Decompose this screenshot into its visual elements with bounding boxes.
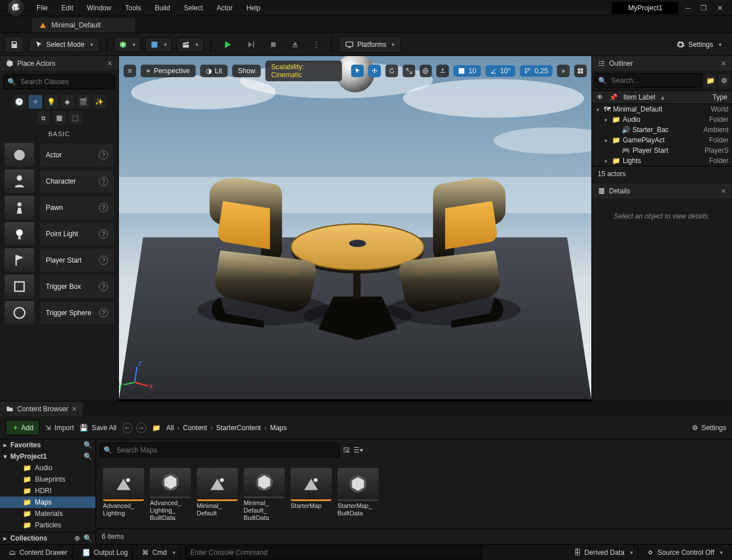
asset-search-input[interactable]: [116, 446, 336, 455]
filter-shapes-icon[interactable]: ◈: [61, 95, 74, 109]
asset-startermap[interactable]: StarterMap: [291, 468, 332, 522]
outliner-row[interactable]: 🗺 Minimal_DefaultWorld: [592, 104, 732, 114]
favorites-section[interactable]: ▸Favorites🔍: [0, 439, 96, 451]
import-button[interactable]: ⇲Import: [45, 424, 74, 432]
scale-snap-button[interactable]: 0,25: [520, 65, 552, 77]
cb-settings-button[interactable]: ⚙Settings: [692, 424, 726, 432]
eject-button[interactable]: [287, 38, 304, 51]
filter-volumes-icon[interactable]: ⧈: [37, 111, 50, 125]
asset-startermap_builtdata[interactable]: StarterMap_​BuiltData: [337, 468, 379, 522]
add-collection-button[interactable]: ⊕: [74, 534, 80, 542]
actor-item-trigger-box[interactable]: Trigger Box?: [5, 275, 114, 299]
menu-help[interactable]: Help: [240, 1, 268, 15]
breadcrumb-content[interactable]: Content: [183, 424, 207, 432]
show-button[interactable]: Show: [232, 65, 261, 77]
window-close-icon[interactable]: ✕: [717, 4, 723, 12]
content-drawer-button[interactable]: 🗂Content Drawer: [5, 546, 73, 559]
rotate-tool-button[interactable]: [385, 65, 398, 77]
actor-item-character[interactable]: Character?: [5, 169, 114, 193]
help-icon[interactable]: ?: [99, 256, 108, 265]
actor-item-pawn[interactable]: Pawn?: [5, 196, 114, 220]
viewport-layout-button[interactable]: [574, 65, 587, 77]
search-icon[interactable]: 🔍: [83, 534, 92, 542]
angle-snap-button[interactable]: 10°: [486, 65, 515, 77]
filter-basic-icon[interactable]: ✧: [29, 95, 42, 109]
perspective-button[interactable]: ⌖Perspective: [141, 65, 196, 77]
pin-column-icon[interactable]: 📌: [609, 93, 618, 101]
outliner-row[interactable]: 📁 LightsFolder: [592, 156, 732, 166]
filter-recent-icon[interactable]: 🕑: [13, 95, 26, 109]
output-log-button[interactable]: 🧾Output Log: [77, 546, 133, 559]
window-restore-icon[interactable]: ❐: [701, 4, 707, 12]
source-control-button[interactable]: ⭘Source Control Off: [643, 546, 727, 559]
filter-lights-icon[interactable]: 💡: [45, 95, 58, 109]
breadcrumb-startercontent[interactable]: StarterContent: [216, 424, 261, 432]
help-icon[interactable]: ?: [99, 308, 108, 317]
asset-minimal_default_builtdata[interactable]: Minimal_​Default_​BuiltData: [244, 468, 285, 522]
outliner-row[interactable]: 📁 AudioFolder: [592, 114, 732, 125]
filter-cinematic-icon[interactable]: 🎬: [77, 95, 90, 109]
grid-snap-button[interactable]: 10: [453, 65, 480, 77]
outliner-row[interactable]: 🔊 Starter_BacAmbient: [592, 125, 732, 135]
place-actors-tab[interactable]: Place Actors ✕: [0, 56, 118, 71]
menu-file[interactable]: File: [30, 1, 54, 15]
breadcrumb-all[interactable]: All: [166, 424, 174, 432]
help-icon[interactable]: ?: [99, 150, 108, 160]
folder-materials[interactable]: 📁Materials: [0, 508, 96, 519]
outliner-add-folder-button[interactable]: 📁: [705, 74, 716, 87]
history-fwd-button[interactable]: →: [136, 423, 146, 433]
skip-button[interactable]: [242, 37, 260, 52]
breadcrumb-maps[interactable]: Maps: [270, 424, 287, 432]
outliner-row[interactable]: 🎮 Player StartPlayerS: [592, 145, 732, 156]
platforms-button[interactable]: Platforms: [339, 37, 401, 53]
visibility-column-icon[interactable]: 👁: [596, 93, 603, 101]
filter-visual-icon[interactable]: ✨: [93, 95, 106, 109]
outliner-tab[interactable]: Outliner ✕: [592, 56, 732, 71]
item-label-header[interactable]: Item Label: [623, 93, 655, 101]
place-actors-search-input[interactable]: [19, 77, 111, 86]
menu-actor[interactable]: Actor: [210, 1, 240, 15]
folder-audio[interactable]: 📁Audio: [0, 462, 96, 474]
search-icon[interactable]: 🔍: [83, 452, 92, 460]
folder-hdri[interactable]: 📁HDRI: [0, 485, 96, 497]
save-all-button[interactable]: 💾Save All: [79, 424, 116, 432]
folder-blueprints[interactable]: 📁Blueprints: [0, 474, 96, 485]
asset-advanced_lighting_builtdata[interactable]: Advanced_​Lighting_​BuiltData: [150, 468, 191, 522]
content-browser-tab[interactable]: Content Browser ✕: [0, 402, 83, 416]
console-input[interactable]: [185, 546, 483, 559]
asset-minimal_default[interactable]: Minimal_​Default: [197, 468, 238, 522]
menu-select[interactable]: Select: [177, 1, 209, 15]
outliner-search-input[interactable]: [610, 76, 698, 85]
play-options-button[interactable]: ⋮: [308, 38, 324, 51]
filter-geometry-icon[interactable]: ⬚: [69, 111, 82, 125]
menu-build[interactable]: Build: [148, 1, 177, 15]
add-content-button[interactable]: [114, 37, 141, 52]
world-local-button[interactable]: [420, 65, 432, 77]
filter-button[interactable]: ☰▾: [353, 446, 363, 454]
collections-section[interactable]: ▸Collections⊕🔍: [0, 532, 96, 544]
outliner-row[interactable]: 📁 GamePlayActFolder: [592, 135, 732, 145]
viewport[interactable]: x y z ≡ ⌖Perspective ◑Lit Show Scalabili…: [119, 56, 591, 401]
menu-tools[interactable]: Tools: [118, 1, 148, 15]
select-mode-button[interactable]: Select Mode: [29, 37, 100, 52]
play-button[interactable]: [218, 37, 237, 53]
level-tab[interactable]: Minimal_Default: [32, 18, 135, 33]
outliner-settings-button[interactable]: ⚙: [718, 74, 730, 87]
close-icon[interactable]: ✕: [71, 405, 77, 413]
asset-advanced_lighting[interactable]: Advanced_​Lighting: [103, 468, 144, 522]
derived-data-button[interactable]: 🗄Derived Data: [570, 546, 638, 559]
cinematics-button[interactable]: [177, 37, 204, 52]
asset-search[interactable]: 🔍: [100, 443, 340, 458]
settings-button[interactable]: Settings: [670, 37, 727, 52]
actor-item-trigger-sphere[interactable]: Trigger Sphere?: [5, 301, 114, 325]
help-icon[interactable]: ?: [99, 229, 108, 239]
folder-particles[interactable]: 📁Particles: [0, 519, 96, 531]
scale-tool-button[interactable]: [403, 65, 415, 77]
surface-snap-button[interactable]: [436, 65, 449, 77]
type-header[interactable]: Type: [713, 93, 727, 101]
project-root[interactable]: ▾MyProject1🔍: [0, 451, 96, 462]
place-actors-search[interactable]: 🔍: [3, 74, 115, 89]
stop-button[interactable]: [265, 38, 282, 51]
details-tab[interactable]: Details ✕: [592, 184, 732, 198]
history-back-button[interactable]: ←: [122, 423, 133, 433]
